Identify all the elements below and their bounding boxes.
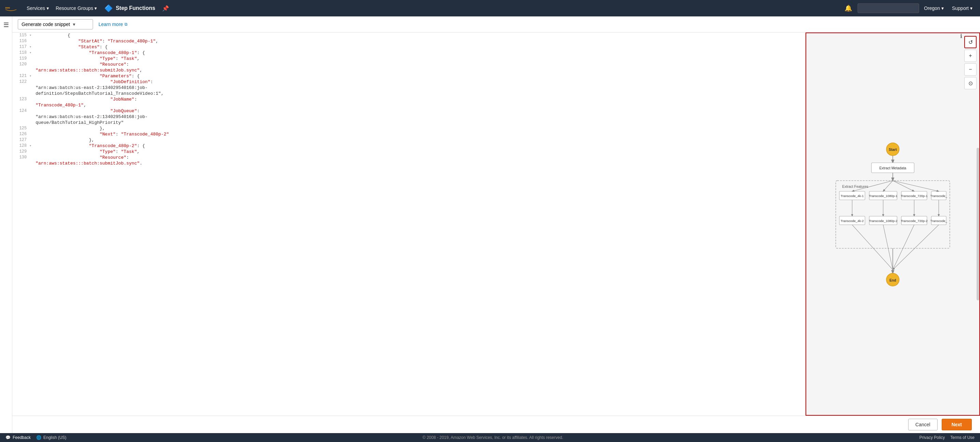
line-number: 123 xyxy=(12,97,29,102)
line-code: "Transcode_480p-1", xyxy=(34,102,805,108)
line-number: 115 xyxy=(12,32,29,38)
footer-bar: Cancel Next xyxy=(12,416,980,433)
line-code: "arn:aws:states:::batch:submitJob.sync". xyxy=(34,161,805,166)
terms-of-use-link[interactable]: Terms of Use xyxy=(950,435,975,440)
line-code: }, xyxy=(34,126,805,131)
line-fold-icon xyxy=(29,161,34,166)
zoom-out-button[interactable]: − xyxy=(964,63,977,76)
privacy-policy-link[interactable]: Privacy Policy xyxy=(920,435,945,440)
line-code: "arn:aws:batch:us-east-2:134029540168:jo… xyxy=(34,85,805,91)
table-row: 120 "Resource": xyxy=(12,62,805,67)
svg-text:Transcode_1080p-1: Transcode_1080p-1 xyxy=(869,194,897,198)
feedback-button[interactable]: 💬 Feedback xyxy=(5,435,31,440)
line-number: 122 xyxy=(12,79,29,85)
line-number xyxy=(12,161,29,166)
fit-icon: ⊙ xyxy=(968,80,973,87)
svg-text:Transcode_4k-1: Transcode_4k-1 xyxy=(841,194,864,198)
table-row: 115▾ { xyxy=(12,32,805,38)
info-icon[interactable]: ℹ xyxy=(960,33,962,39)
preview-controls: ↺ + − ⊙ xyxy=(964,36,977,89)
line-fold-icon xyxy=(29,149,34,155)
line-fold-icon[interactable]: ▾ xyxy=(29,73,34,79)
svg-text:Transcode_: Transcode_ xyxy=(931,194,948,198)
line-code: "JobName": xyxy=(34,97,805,102)
line-number xyxy=(12,67,29,73)
line-fold-icon xyxy=(29,108,34,114)
line-fold-icon xyxy=(29,126,34,131)
line-number: 120 xyxy=(12,62,29,67)
nav-search-input[interactable] xyxy=(858,3,919,13)
line-code: "Resource": xyxy=(34,62,805,67)
status-links: Privacy Policy Terms of Use xyxy=(920,435,975,440)
table-row: 122 "JobDefinition": xyxy=(12,79,805,85)
table-row: 119 "Type": "Task", xyxy=(12,56,805,62)
line-code: "StartAt": "Transcode_480p-1", xyxy=(34,38,805,44)
line-fold-icon[interactable]: ▾ xyxy=(29,50,34,56)
learn-more-link[interactable]: Learn more ⧉ xyxy=(99,22,127,27)
fit-screen-button[interactable]: ⊙ xyxy=(964,77,977,89)
line-code: "States": { xyxy=(34,44,805,50)
line-code: { xyxy=(34,32,805,38)
svg-text:Transcode_: Transcode_ xyxy=(931,219,948,223)
line-fold-icon[interactable]: ▾ xyxy=(29,32,34,38)
nav-support[interactable]: Support ▾ xyxy=(948,0,976,16)
line-code: "JobDefinition": xyxy=(34,79,805,85)
line-code: "Type": "Task", xyxy=(34,149,805,155)
zoom-in-button[interactable]: + xyxy=(964,49,977,62)
language-selector[interactable]: 🌐 English (US) xyxy=(36,435,66,440)
line-fold-icon xyxy=(29,67,34,73)
table-row: "arn:aws:batch:us-east-2:134029540168:jo… xyxy=(12,85,805,91)
line-code: "JobQueue": xyxy=(34,108,805,114)
line-code: "arn:aws:batch:us-east-2:134029540168:jo… xyxy=(34,114,805,120)
table-row: 128▾ "Transcode_480p-2": { xyxy=(12,143,805,149)
refresh-icon: ↺ xyxy=(968,39,973,46)
svg-text:Transcode_1080p-2: Transcode_1080p-2 xyxy=(869,219,897,223)
generate-snippet-dropdown[interactable]: Generate code snippet ▾ xyxy=(18,19,93,29)
line-number: 128 xyxy=(12,143,29,149)
table-row: 124 "JobQueue": xyxy=(12,108,805,114)
line-number: 116 xyxy=(12,38,29,44)
refresh-button[interactable]: ↺ xyxy=(964,36,977,48)
aws-logo[interactable]: aws xyxy=(4,2,18,14)
nav-pin-icon[interactable]: 📌 xyxy=(159,5,172,12)
code-editor[interactable]: 115▾ {116 "StartAt": "Transcode_480p-1",… xyxy=(12,32,805,416)
line-fold-icon xyxy=(29,85,34,91)
line-fold-icon xyxy=(29,120,34,126)
line-code: "Next": "Transcode_480p-2" xyxy=(34,131,805,137)
nav-brand: 🔷 Step Functions xyxy=(100,4,159,12)
sidebar: ☰ xyxy=(0,16,12,433)
next-button[interactable]: Next xyxy=(942,419,972,430)
line-number: 130 xyxy=(12,155,29,161)
sidebar-toggle-icon[interactable]: ☰ xyxy=(2,19,11,31)
line-code: "arn:aws:states:::batch:submitJob.sync", xyxy=(34,67,805,73)
line-number: 129 xyxy=(12,149,29,155)
line-code: "Resource": xyxy=(34,155,805,161)
line-fold-icon xyxy=(29,56,34,62)
nav-region[interactable]: Oregon ▾ xyxy=(921,0,947,16)
line-fold-icon[interactable]: ▾ xyxy=(29,143,34,149)
scrollbar[interactable] xyxy=(977,148,979,300)
svg-line-36 xyxy=(893,225,939,270)
line-number: 124 xyxy=(12,108,29,114)
main-layout: ☰ Generate code snippet ▾ Learn more ⧉ 1… xyxy=(0,16,980,433)
notifications-bell-icon[interactable]: 🔔 xyxy=(840,5,856,12)
svg-text:End: End xyxy=(889,278,896,282)
line-fold-icon xyxy=(29,62,34,67)
globe-icon: 🌐 xyxy=(36,435,41,440)
svg-line-35 xyxy=(893,225,914,270)
status-bar: 💬 Feedback 🌐 English (US) © 2008 - 2019,… xyxy=(0,433,980,442)
toolbar: Generate code snippet ▾ Learn more ⧉ xyxy=(12,16,980,32)
line-fold-icon[interactable]: ▾ xyxy=(29,44,34,50)
nav-services[interactable]: Services ▾ xyxy=(23,0,52,16)
table-row: 129 "Type": "Task", xyxy=(12,149,805,155)
zoom-in-icon: + xyxy=(969,53,972,59)
cancel-button[interactable]: Cancel xyxy=(908,419,938,430)
line-code: definition/StepsBatchTutorial_TranscodeV… xyxy=(34,91,805,97)
feedback-icon: 💬 xyxy=(5,435,11,440)
table-row: 123 "JobName": xyxy=(12,97,805,102)
nav-resource-groups[interactable]: Resource Groups ▾ xyxy=(52,0,100,16)
table-row: queue/BatchTutorial_HighPriority" xyxy=(12,120,805,126)
split-pane: 115▾ {116 "StartAt": "Transcode_480p-1",… xyxy=(12,32,980,416)
line-number xyxy=(12,102,29,108)
line-number: 118 xyxy=(12,50,29,56)
